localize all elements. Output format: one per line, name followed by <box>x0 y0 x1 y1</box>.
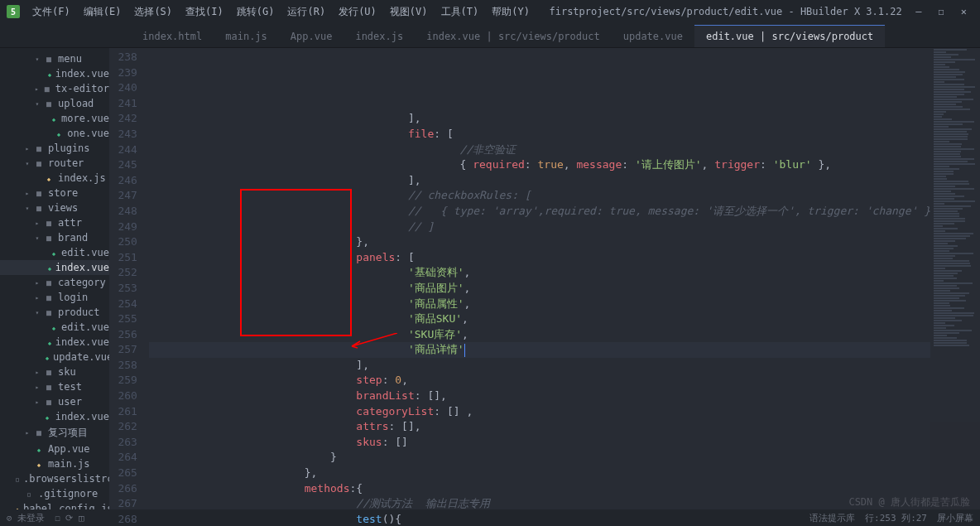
editor-tab[interactable]: edit.vue | src/views/product <box>694 25 885 47</box>
code-line[interactable]: }, <box>149 234 930 250</box>
tree-item[interactable]: ⬥index.vue <box>0 409 109 424</box>
minimap[interactable] <box>930 48 980 509</box>
tree-arrow-icon[interactable]: ▾ <box>33 234 41 242</box>
code-line[interactable]: ], <box>149 173 930 189</box>
editor-tab[interactable]: index.vue | src/views/product <box>415 26 612 47</box>
login-status[interactable]: ⊘ 未登录 <box>7 512 45 524</box>
tree-arrow-icon[interactable] <box>43 129 51 138</box>
tree-item[interactable]: ⬥babel.config.js <box>0 501 109 509</box>
editor-tab[interactable]: index.js <box>343 26 415 47</box>
editor-tab[interactable]: update.vue <box>612 26 694 47</box>
tree-item[interactable]: ⬥index.vue <box>0 260 109 275</box>
code-content[interactable]: ], file: [ //非空验证 { required: true, mess… <box>149 48 930 509</box>
code-line[interactable]: '商品属性', <box>149 297 930 312</box>
code-line[interactable]: '基础资料', <box>149 265 930 281</box>
tree-item[interactable]: ▾■menu <box>0 51 109 66</box>
tree-item[interactable]: ⬥update.vue <box>0 350 109 364</box>
menu-item[interactable]: 运行(R) <box>281 2 331 22</box>
tree-item[interactable]: ▾■upload <box>0 96 109 111</box>
tree-arrow-icon[interactable]: ▸ <box>33 278 41 287</box>
tree-arrow-icon[interactable]: ▸ <box>23 429 31 437</box>
tree-arrow-icon[interactable]: ▾ <box>33 55 41 63</box>
minimize-button[interactable]: — <box>915 6 921 17</box>
tree-arrow-icon[interactable] <box>43 114 49 123</box>
tree-arrow-icon[interactable] <box>33 174 41 182</box>
tree-item[interactable]: ⬥more.vue <box>0 111 109 126</box>
code-line[interactable]: '商品图片', <box>149 281 930 297</box>
tree-arrow-icon[interactable]: ▸ <box>33 383 41 391</box>
code-line[interactable]: step: 0, <box>149 373 930 388</box>
tree-arrow-icon[interactable] <box>33 413 41 421</box>
tree-item[interactable]: ▸■store <box>0 186 109 200</box>
tree-item[interactable]: ▾■router <box>0 156 109 171</box>
tree-item[interactable]: ▸■login <box>0 290 109 305</box>
code-line[interactable]: test(){ <box>149 512 930 526</box>
editor-tab[interactable]: App.vue <box>279 26 344 47</box>
tree-item[interactable]: ⬥edit.vue <box>0 245 109 260</box>
tree-arrow-icon[interactable] <box>43 323 49 331</box>
tree-arrow-icon[interactable] <box>43 263 46 272</box>
code-line[interactable]: //测试方法 输出日志专用 <box>149 496 930 512</box>
tree-arrow-icon[interactable]: ▾ <box>23 204 31 212</box>
code-line[interactable]: ], <box>149 358 930 374</box>
tree-item[interactable]: ▾■brand <box>0 230 109 245</box>
tree-item[interactable]: ▸■plugins <box>0 141 109 156</box>
editor-tab[interactable]: index.html <box>131 26 214 47</box>
menu-item[interactable]: 编辑(E) <box>78 2 127 22</box>
tree-arrow-icon[interactable]: ▾ <box>23 159 31 167</box>
tree-item[interactable]: ▸■test <box>0 379 109 394</box>
code-line[interactable]: categoryList: [] , <box>149 404 930 420</box>
tree-item[interactable]: ▾■views <box>0 200 109 215</box>
tree-item[interactable]: ▸■复习项目 <box>0 424 109 442</box>
code-line[interactable]: } <box>149 450 930 466</box>
code-line[interactable]: //非空验证 <box>149 142 930 158</box>
editor-tab[interactable]: main.js <box>214 26 279 47</box>
code-line[interactable]: brandList: [], <box>149 388 930 404</box>
tree-arrow-icon[interactable]: ▸ <box>23 189 31 197</box>
tree-item[interactable]: ⬥index.vue <box>0 66 109 81</box>
code-line[interactable]: skus: [] <box>149 435 930 451</box>
code-line[interactable]: file: [ <box>149 127 930 142</box>
tree-item[interactable]: ▸■attr <box>0 215 109 230</box>
tree-arrow-icon[interactable] <box>23 460 31 468</box>
tree-item[interactable]: ⬥main.js <box>0 456 109 471</box>
maximize-button[interactable]: ☐ <box>939 6 944 17</box>
menu-item[interactable]: 跳转(G) <box>231 2 281 22</box>
menu-item[interactable]: 查找(I) <box>180 2 229 22</box>
tree-arrow-icon[interactable] <box>43 70 46 78</box>
menu-item[interactable]: 选择(S) <box>128 2 178 22</box>
tree-item[interactable]: ▸■sku <box>0 364 109 379</box>
menu-item[interactable]: 发行(U) <box>333 2 382 22</box>
code-line[interactable]: panels: [ <box>149 250 930 266</box>
code-line[interactable]: { required: true, message: '请上传图片', trig… <box>149 157 930 173</box>
code-line[interactable]: ], <box>149 111 930 127</box>
tree-arrow-icon[interactable] <box>13 490 22 498</box>
tree-item[interactable]: ⬥one.vue <box>0 126 109 141</box>
code-line[interactable]: // { type: 'array',required: true, messa… <box>149 204 930 220</box>
tree-item[interactable]: ⬥index.vue <box>0 335 109 350</box>
tree-item[interactable]: ▸■user <box>0 394 109 409</box>
tree-arrow-icon[interactable]: ▾ <box>33 99 41 108</box>
tree-arrow-icon[interactable]: ▸ <box>33 368 41 376</box>
tree-item[interactable]: ▫.gitignore <box>0 486 109 501</box>
editor[interactable]: 2382392402412422432442452462472482492502… <box>109 48 980 509</box>
menu-item[interactable]: 工具(T) <box>435 2 485 22</box>
tree-item[interactable]: ▸■category <box>0 275 109 290</box>
tree-item[interactable]: ⬥App.vue <box>0 442 109 456</box>
tree-item[interactable]: ▸■tx-editor <box>0 81 109 96</box>
tree-arrow-icon[interactable]: ▸ <box>33 84 41 93</box>
code-line[interactable]: 'SKU库存', <box>149 327 930 343</box>
tree-item[interactable]: ⬥edit.vue <box>0 320 109 335</box>
tree-item[interactable]: ▾■product <box>0 305 109 320</box>
code-line[interactable]: '商品详情' <box>149 342 930 358</box>
tree-arrow-icon[interactable]: ▾ <box>33 308 41 316</box>
close-button[interactable]: ✕ <box>961 6 967 17</box>
menu-item[interactable]: 帮助(Y) <box>486 2 536 22</box>
tree-item[interactable]: ▫.browserslistrc <box>0 471 109 486</box>
tree-arrow-icon[interactable]: ▸ <box>33 398 41 406</box>
code-line[interactable]: // checkboxRules: [ <box>149 188 930 204</box>
menu-item[interactable]: 视图(V) <box>384 2 434 22</box>
screen-size[interactable]: 屏小屏幕 <box>937 512 973 524</box>
tree-arrow-icon[interactable] <box>23 445 31 453</box>
tree-arrow-icon[interactable] <box>43 338 46 346</box>
